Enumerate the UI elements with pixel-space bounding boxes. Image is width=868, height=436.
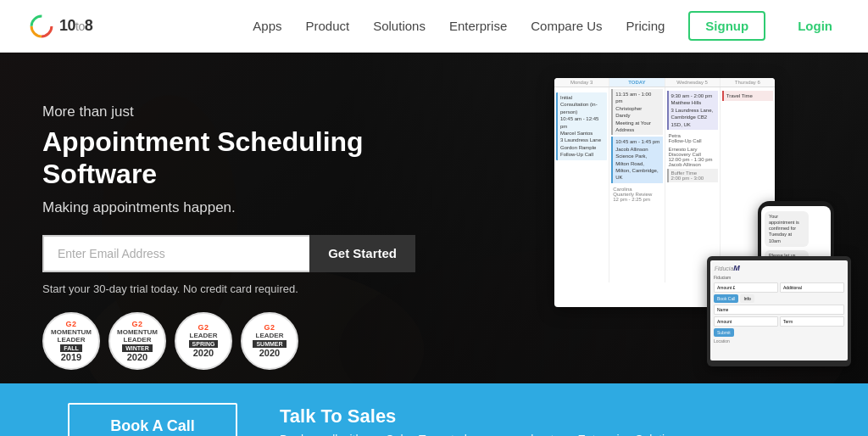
signup-button[interactable]: Signup [688, 11, 765, 41]
badge-year: 2020 [259, 348, 280, 358]
badge-g2-label: G2 [65, 320, 76, 328]
badge-g2-label: G2 [198, 323, 209, 332]
badge-title: Leader [190, 332, 218, 340]
email-input[interactable] [42, 235, 309, 272]
trial-text: Start your 30-day trial today. No credit… [42, 282, 415, 295]
hero-tagline: Making appointments happen. [42, 199, 415, 216]
nav-pricing[interactable]: Pricing [626, 19, 665, 33]
cta-description: Book a call with our Sales Team to learn… [280, 433, 682, 436]
badges-row: G2 MomentumLeader FALL 2019 G2 MomentumL… [42, 312, 415, 370]
badge-leader-summer: G2 Leader SUMMER 2020 [241, 312, 298, 370]
hero-form: Get Started [42, 235, 415, 272]
badge-season: SPRING [189, 340, 219, 348]
logo[interactable]: 10to8 [27, 12, 92, 41]
badge-momentum-winter: G2 MomentumLeader WINTER 2020 [108, 312, 166, 370]
hero-content: More than just Appointment Scheduling So… [42, 103, 415, 370]
login-button[interactable]: Login [789, 13, 841, 39]
hero-devices: Monday 3 TODAY Wednesday 5 Thursday 6 In… [495, 70, 851, 375]
tablet-mockup: 𝔽iduciaM Fiduciam Amount £ Additional Bo… [707, 256, 851, 366]
hero-subtitle: More than just [42, 103, 415, 120]
nav-product[interactable]: Product [305, 19, 349, 33]
cta-strip: Book A Call Talk To Sales Book a call wi… [0, 383, 868, 436]
badge-year: 2020 [193, 348, 214, 358]
badge-title: MomentumLeader [51, 328, 92, 344]
hero-title: Appointment Scheduling Software [42, 126, 415, 191]
badge-year: 2019 [61, 352, 81, 362]
hero-section: More than just Appointment Scheduling So… [0, 53, 868, 383]
badge-title: Leader [256, 332, 284, 340]
badge-g2-label: G2 [131, 320, 142, 328]
badge-leader-spring: G2 Leader SPRING 2020 [175, 312, 232, 370]
nav-links: Apps Product Solutions Enterprise Compar… [253, 11, 841, 41]
logo-icon [27, 12, 56, 41]
navbar: 10to8 Apps Product Solutions Enterprise … [0, 0, 868, 53]
nav-enterprise[interactable]: Enterprise [449, 19, 507, 33]
logo-label: 10to8 [59, 17, 92, 35]
badge-g2-label: G2 [264, 323, 275, 332]
badge-season: WINTER [122, 344, 153, 352]
badge-season: SUMMER [253, 340, 286, 348]
badge-year: 2020 [127, 352, 147, 362]
get-started-button[interactable]: Get Started [309, 235, 415, 272]
badge-season: FALL [60, 344, 82, 352]
cta-title: Talk To Sales [280, 405, 682, 428]
nav-apps[interactable]: Apps [253, 19, 281, 33]
nav-solutions[interactable]: Solutions [373, 19, 426, 33]
book-call-button[interactable]: Book A Call [68, 403, 237, 437]
badge-momentum-fall: G2 MomentumLeader FALL 2019 [42, 312, 100, 370]
cta-text: Talk To Sales Book a call with our Sales… [280, 405, 682, 436]
badge-title: MomentumLeader [117, 328, 158, 344]
nav-compare[interactable]: Compare Us [531, 19, 602, 33]
